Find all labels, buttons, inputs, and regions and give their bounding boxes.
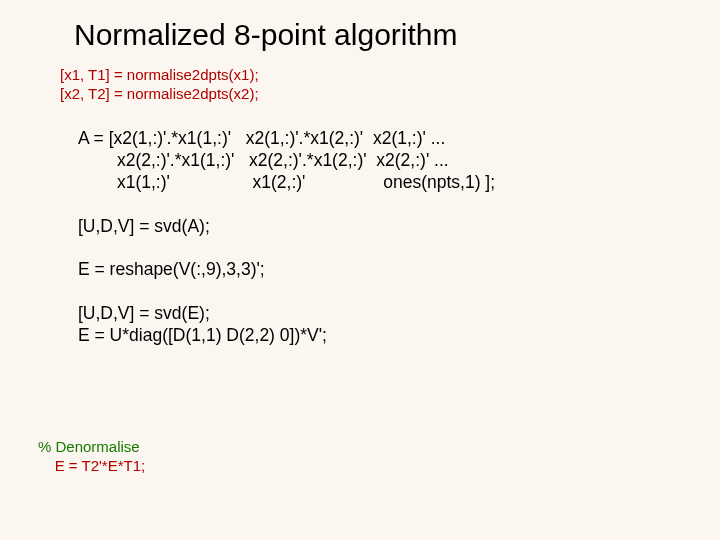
- denorm-comment: % Denormalise: [38, 438, 140, 455]
- a-row2: x2(2,:)'.*x1(1,:)' x2(2,:)'.*x1(2,:)' x2…: [78, 150, 449, 170]
- normalise-block: [x1, T1] = normalise2dpts(x1); [x2, T2] …: [60, 66, 259, 104]
- denormalise-block: % Denormalise E = T2'*E*T1;: [38, 438, 145, 476]
- slide: Normalized 8-point algorithm [x1, T1] = …: [0, 0, 720, 540]
- page-title: Normalized 8-point algorithm: [74, 18, 458, 52]
- svd-e: [U,D,V] = svd(E);: [78, 303, 210, 323]
- normalise-line-1: [x1, T1] = normalise2dpts(x1);: [60, 66, 259, 85]
- algorithm-code: A = [x2(1,:)'.*x1(1,:)' x2(1,:)'.*x1(2,:…: [78, 128, 495, 347]
- svd-a: [U,D,V] = svd(A);: [78, 216, 210, 236]
- reshape-e: E = reshape(V(:,9),3,3)';: [78, 259, 265, 279]
- a-row3: x1(1,:)' x1(2,:)' ones(npts,1) ];: [78, 172, 495, 192]
- diag-e: E = U*diag([D(1,1) D(2,2) 0])*V';: [78, 325, 327, 345]
- normalise-line-2: [x2, T2] = normalise2dpts(x2);: [60, 85, 259, 104]
- denorm-line: E = T2'*E*T1;: [38, 457, 145, 474]
- a-row1: A = [x2(1,:)'.*x1(1,:)' x2(1,:)'.*x1(2,:…: [78, 128, 445, 148]
